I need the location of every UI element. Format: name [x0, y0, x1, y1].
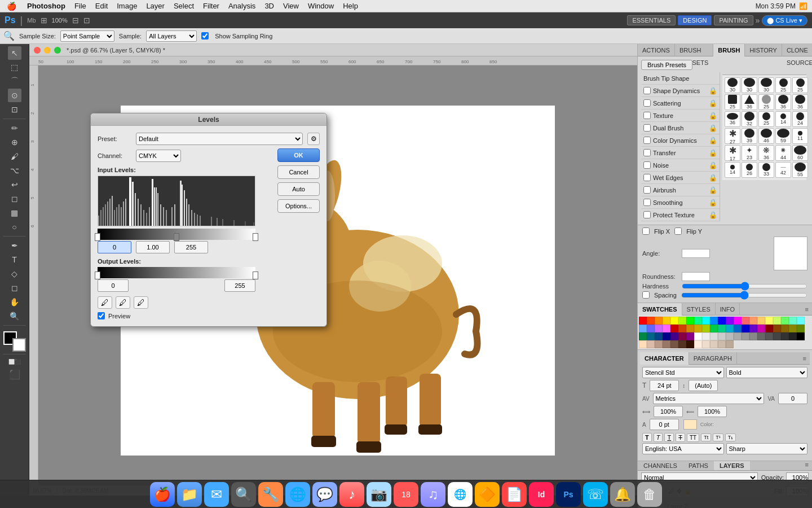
- close-button[interactable]: [34, 47, 41, 54]
- output-max-handle[interactable]: [253, 271, 258, 279]
- swatch-item[interactable]: [710, 340, 718, 348]
- swatch-item[interactable]: [781, 332, 789, 340]
- font-weight-select[interactable]: Bold: [726, 367, 808, 378]
- tab-info[interactable]: INFO: [716, 303, 740, 316]
- history-brush-tool[interactable]: ↩: [8, 178, 21, 191]
- tab-history[interactable]: HISTORY: [745, 44, 782, 56]
- swatch-item[interactable]: [718, 317, 726, 325]
- subscript-btn[interactable]: T₁: [725, 433, 736, 441]
- scale-h-input[interactable]: [654, 406, 683, 417]
- language-select[interactable]: English: USA: [642, 443, 724, 454]
- swatch-item[interactable]: [639, 325, 647, 332]
- essentials-btn[interactable]: ESSENTIALS: [627, 15, 676, 25]
- smoothing-row[interactable]: Smoothing 🔒: [641, 196, 720, 209]
- tab-brush-presets[interactable]: BRUSH PRESETS: [675, 44, 713, 56]
- swatch-item[interactable]: [663, 317, 670, 325]
- dock-acrobat[interactable]: 📄: [502, 482, 527, 507]
- tab-layers[interactable]: LAYERS: [714, 461, 750, 470]
- text-tool[interactable]: T: [8, 253, 21, 266]
- color-dynamics-cb[interactable]: [643, 137, 651, 144]
- brush-preset-13[interactable]: 25: [758, 111, 774, 127]
- swatch-item[interactable]: [734, 332, 742, 340]
- swatch-item[interactable]: [765, 332, 773, 340]
- preset-select[interactable]: Default Custom: [136, 133, 303, 145]
- dock-calendar[interactable]: 18: [394, 482, 418, 507]
- menu-edit[interactable]: Edit: [91, 0, 112, 12]
- options-button[interactable]: Options...: [277, 199, 320, 213]
- swatch-item[interactable]: [726, 340, 734, 348]
- swatch-item[interactable]: [773, 317, 781, 325]
- wet-edges-cb[interactable]: [643, 174, 651, 181]
- tracking-select[interactable]: Metrics: [653, 393, 765, 404]
- dock-skype[interactable]: ☏: [583, 482, 608, 507]
- airbrush-cb[interactable]: [643, 186, 651, 194]
- dock-app3[interactable]: 💬: [312, 482, 337, 507]
- tab-paths[interactable]: PATHS: [683, 461, 714, 470]
- italic-btn[interactable]: T: [654, 433, 663, 442]
- crop-tool[interactable]: ⊡: [8, 103, 21, 116]
- brush-preset-19[interactable]: 59: [775, 128, 791, 144]
- shape-dynamics-cb[interactable]: [643, 87, 651, 94]
- dual-brush-cb[interactable]: [643, 124, 651, 132]
- path-tool[interactable]: ◇: [8, 267, 21, 281]
- preset-options-btn[interactable]: ⚙: [307, 133, 320, 145]
- font-size-input[interactable]: [650, 380, 679, 391]
- black-eyedropper-btn[interactable]: 🖊: [98, 296, 112, 309]
- ok-button[interactable]: OK: [277, 148, 320, 162]
- swatch-item[interactable]: [655, 332, 663, 340]
- flip-x-cb[interactable]: [642, 227, 650, 235]
- screen-mode-btn[interactable]: ⬛: [8, 367, 21, 381]
- flip-y-cb[interactable]: [674, 227, 682, 235]
- brush-preset-30[interactable]: 55: [792, 162, 808, 178]
- preview-checkbox[interactable]: [98, 312, 105, 319]
- white-eyedropper-btn[interactable]: 🖊: [134, 296, 148, 309]
- input-slider[interactable]: [98, 229, 255, 240]
- brush-preset-18[interactable]: 46: [758, 128, 774, 144]
- brush-preset-14[interactable]: 14: [775, 111, 791, 127]
- superscript-btn[interactable]: T¹: [713, 433, 723, 441]
- swatch-item[interactable]: [639, 317, 647, 325]
- minimize-button[interactable]: [44, 47, 51, 54]
- swatch-item[interactable]: [647, 317, 655, 325]
- zoom-tool[interactable]: 🔍: [8, 309, 21, 323]
- swatch-item[interactable]: [734, 317, 742, 325]
- swatch-item[interactable]: [757, 325, 765, 332]
- protect-texture-cb[interactable]: [643, 211, 651, 218]
- menu-select[interactable]: Select: [169, 0, 198, 12]
- spacing-cb[interactable]: [642, 291, 650, 299]
- color-dynamics-row[interactable]: Color Dynamics 🔒: [641, 134, 720, 147]
- menu-image[interactable]: Image: [112, 0, 142, 12]
- swatch-item[interactable]: [678, 325, 686, 332]
- eraser-tool[interactable]: ◻: [8, 192, 21, 205]
- swatch-item[interactable]: [773, 325, 781, 332]
- swatches-collapse[interactable]: ≡: [802, 306, 812, 313]
- brush-preset-27[interactable]: 26: [742, 162, 757, 178]
- swatch-item[interactable]: [781, 325, 789, 332]
- hand-tool[interactable]: ✋: [8, 295, 21, 309]
- swatch-item[interactable]: [678, 340, 686, 348]
- tab-styles[interactable]: STYLES: [682, 303, 716, 316]
- cancel-button[interactable]: Cancel: [277, 165, 320, 179]
- texture-row[interactable]: Texture 🔒: [641, 110, 720, 122]
- scattering-cb[interactable]: [643, 99, 651, 107]
- menu-help[interactable]: Help: [338, 0, 363, 12]
- brush-preset-20[interactable]: 11: [792, 128, 808, 144]
- brush-preset-10[interactable]: 36: [792, 94, 808, 110]
- menu-photoshop[interactable]: Photoshop: [23, 0, 70, 12]
- brush-tool[interactable]: 🖌: [8, 150, 21, 163]
- swatch-item[interactable]: [655, 325, 663, 332]
- eyedropper-tool[interactable]: ✏: [8, 121, 21, 135]
- swatch-item[interactable]: [670, 340, 678, 348]
- brush-preset-8[interactable]: 25: [758, 94, 774, 110]
- swatch-item[interactable]: [702, 340, 710, 348]
- cs-live-btn[interactable]: ⬤ CS Live ▾: [762, 15, 807, 26]
- dock-mail[interactable]: ✉: [204, 482, 229, 507]
- brush-preset-1[interactable]: 30: [725, 77, 740, 93]
- swatch-item[interactable]: [749, 317, 757, 325]
- layers-collapse[interactable]: ≡: [802, 461, 812, 470]
- texture-cb[interactable]: [643, 112, 651, 119]
- dock-app1[interactable]: 🔧: [258, 482, 283, 507]
- swatch-item[interactable]: [702, 325, 710, 332]
- swatch-item[interactable]: [678, 332, 686, 340]
- swatch-item[interactable]: [797, 332, 805, 340]
